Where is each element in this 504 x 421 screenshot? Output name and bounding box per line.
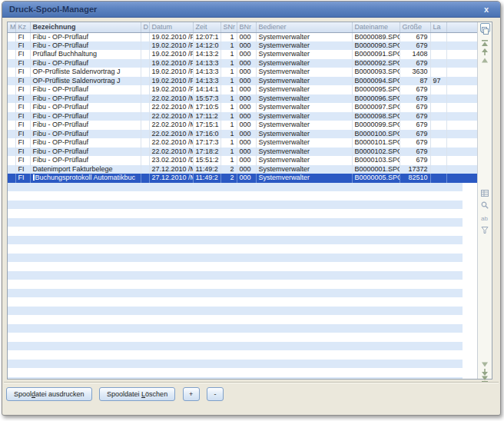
- column-header-snr[interactable]: SNr: [220, 22, 237, 32]
- scroll-up-fast-icon[interactable]: [481, 45, 489, 52]
- table-row[interactable]: FI Fibu - OP-Prüflauf 19.02.2010 /Fr 14:…: [8, 85, 478, 94]
- scroll-to-bottom-icon[interactable]: [481, 372, 489, 380]
- column-header-bnr[interactable]: BNr: [237, 22, 256, 32]
- column-header-dateiname[interactable]: Dateiname: [352, 22, 400, 32]
- druck-spool-manager-window: Druck-Spool-Manager x M Kz Bezeichnung D…: [2, 1, 501, 416]
- header-row: M Kz Bezeichnung D Datum Zeit SNr BNr Be…: [8, 22, 478, 32]
- sort-icon[interactable]: ab: [481, 210, 489, 218]
- table-row[interactable]: FI Buchungsprotokoll Automatikbuc 27.12.…: [8, 174, 478, 183]
- table-row[interactable]: FI OP-Prüfliste Saldenvortrag J 19.02.20…: [8, 68, 478, 77]
- table-row[interactable]: FI Fibu - OP-Prüflauf 22.02.2010 /Mo 15:…: [8, 94, 478, 104]
- column-header-groesse[interactable]: Größe: [400, 22, 430, 32]
- svg-text:ab: ab: [481, 215, 488, 222]
- scroll-up-icon[interactable]: [481, 53, 489, 61]
- table-row[interactable]: FI OP-Prüfliste Saldenvortrag J 19.02.20…: [8, 77, 478, 86]
- column-header-la[interactable]: La: [430, 22, 446, 32]
- table-row[interactable]: FI Fibu - OP-Prüflauf 22.02.2010 /Mo 17:…: [8, 103, 478, 112]
- table-row[interactable]: FI Prüflauf Buchhaltung 19.02.2010 /Fr 1…: [8, 50, 478, 59]
- table-row[interactable]: FI Fibu - OP-Prüflauf 22.02.2010 /Mo 17:…: [8, 138, 478, 148]
- spool-file-table: M Kz Bezeichnung D Datum Zeit SNr BNr Be…: [8, 22, 478, 183]
- column-header-bezeichnung[interactable]: Bezeichnung: [30, 22, 141, 32]
- column-header-bediener[interactable]: Bediener: [256, 22, 352, 32]
- column-header-kz[interactable]: Kz: [15, 22, 30, 32]
- delete-spool-file-button[interactable]: Spooldatei Löschen: [99, 387, 175, 401]
- table-row[interactable]: FI Fibu - OP-Prüflauf 22.02.2010 /Mo 17:…: [8, 130, 478, 139]
- text-caret: [33, 174, 35, 181]
- column-header-datum[interactable]: Datum: [149, 22, 193, 32]
- separator: [4, 382, 499, 383]
- close-button[interactable]: x: [481, 4, 492, 15]
- grid-body: FI Fibu - OP-Prüflauf 19.02.2010 /Fr 12:…: [8, 32, 478, 183]
- filter-icon[interactable]: [481, 223, 489, 230]
- table-row[interactable]: FI Fibu - OP-Prüflauf 22.02.2010 /Mo 17:…: [8, 121, 478, 130]
- column-header-filler: [446, 22, 478, 32]
- table-row[interactable]: FI Fibu - OP-Prüflauf 19.02.2010 /Fr 14:…: [8, 41, 478, 51]
- table-row[interactable]: FI Fibu - OP-Prüflauf 19.02.2010 /Fr 14:…: [8, 59, 478, 68]
- search-icon[interactable]: [481, 198, 489, 206]
- copy-to-clipboard-icon[interactable]: [480, 23, 490, 32]
- column-header-zeit[interactable]: Zeit: [193, 22, 220, 32]
- table-row[interactable]: FI Fibu - OP-Prüflauf 19.02.2010 /Fr 12:…: [8, 32, 478, 41]
- scroll-down-icon[interactable]: [481, 357, 489, 365]
- table-row[interactable]: FI Fibu - OP-Prüflauf 22.02.2010 /Mo 17:…: [8, 112, 478, 121]
- spool-file-grid: M Kz Bezeichnung D Datum Zeit SNr BNr Be…: [7, 22, 492, 380]
- table-row[interactable]: FI Fibu - OP-Prüflauf 23.02.2010 /Di 15:…: [8, 156, 478, 165]
- column-header-m[interactable]: M: [8, 22, 15, 32]
- titlebar[interactable]: Druck-Spool-Manager x: [2, 2, 500, 18]
- window-title: Druck-Spool-Manager: [9, 5, 97, 14]
- table-row[interactable]: FI Datenimport Fakturbelege 27.12.2010 /…: [8, 165, 478, 174]
- table-row[interactable]: FI Fibu - OP-Prüflauf 22.02.2010 /Mo 17:…: [8, 148, 478, 157]
- grid-side-toolbar: ab: [477, 22, 492, 379]
- button-row: Spooldatei ausdrucken Spooldatei Löschen…: [6, 386, 227, 400]
- print-spool-file-button[interactable]: Spooldatei ausdrucken: [6, 387, 92, 401]
- empty-rows-area: [8, 183, 463, 379]
- scroll-to-top-icon[interactable]: [481, 36, 489, 44]
- minus-button[interactable]: -: [207, 387, 224, 401]
- plus-button[interactable]: +: [183, 387, 200, 401]
- column-header-d[interactable]: D: [141, 22, 149, 32]
- grid-view-icon[interactable]: [481, 186, 489, 194]
